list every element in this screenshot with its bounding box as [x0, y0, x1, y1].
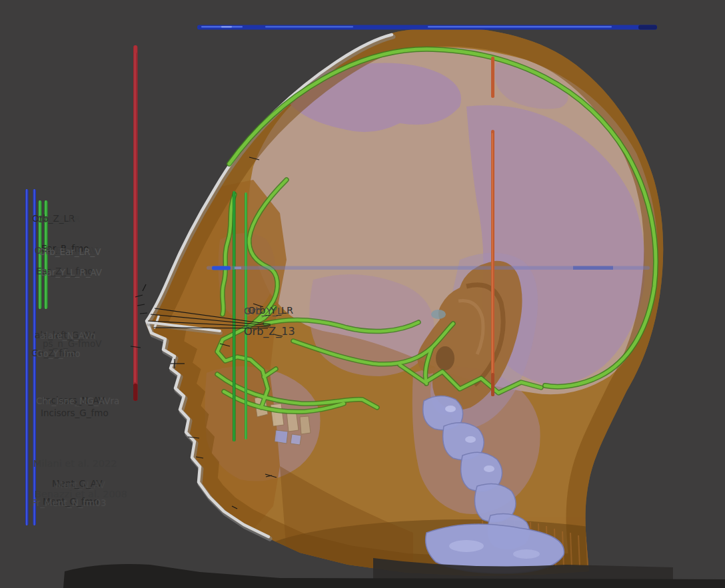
axis-top-blue-horizontal: [197, 25, 657, 30]
axis-left-green-verticals: [39, 200, 48, 309]
viewport-3d[interactable]: Orb_Z_LROrb_Z_LREar_R_fmoOrb_Ear_R_AVOrb…: [0, 0, 725, 588]
axis-red-vertical: [133, 45, 138, 401]
axis-mid-blue-horizontal: [207, 266, 650, 270]
pedestal-shadow: [63, 558, 725, 588]
head-model-render: [0, 0, 725, 588]
axis-left-blue-verticals: [25, 189, 36, 525]
